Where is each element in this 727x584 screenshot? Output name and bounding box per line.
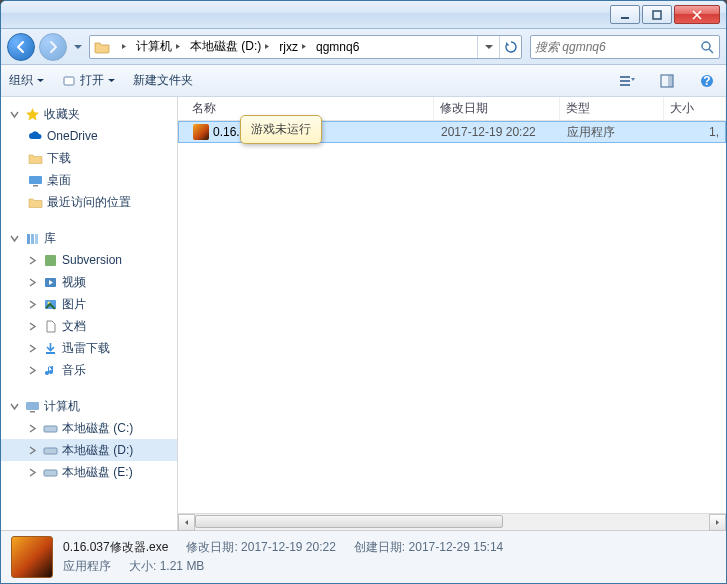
history-dropdown[interactable]	[71, 37, 85, 57]
tree-subversion[interactable]: Subversion	[1, 249, 177, 271]
new-folder-button[interactable]: 新建文件夹	[133, 72, 193, 89]
address-history-dropdown[interactable]	[477, 36, 499, 58]
expand-icon[interactable]	[27, 423, 38, 434]
details-create-label: 创建日期:	[354, 540, 405, 554]
tree-libraries[interactable]: 库	[1, 227, 177, 249]
navigation-tree[interactable]: 收藏夹 OneDrive 下载 桌面 最近访问的位置	[1, 97, 178, 530]
column-type[interactable]: 类型	[560, 97, 664, 120]
file-date: 2017-12-19 20:22	[435, 125, 561, 139]
svg-rect-15	[35, 234, 38, 244]
details-create-date: 2017-12-29 15:14	[409, 540, 504, 554]
expand-icon[interactable]	[9, 233, 20, 244]
breadcrumb-item[interactable]: qgmnq6	[312, 36, 363, 58]
search-icon[interactable]	[699, 39, 715, 55]
expand-icon[interactable]	[27, 343, 38, 354]
preview-pane-button[interactable]	[656, 70, 678, 92]
svg-rect-0	[621, 17, 629, 19]
scroll-right-button[interactable]	[709, 514, 726, 531]
expand-icon[interactable]	[9, 109, 20, 120]
body: 收藏夹 OneDrive 下载 桌面 最近访问的位置	[1, 97, 726, 531]
tree-favorites[interactable]: 收藏夹	[1, 103, 177, 125]
svg-rect-4	[620, 76, 630, 78]
breadcrumb-arrow[interactable]	[114, 36, 132, 58]
details-size-label: 大小:	[129, 559, 156, 573]
breadcrumb-item[interactable]: 本地磁盘 (D:)	[186, 36, 275, 58]
svg-rect-11	[29, 176, 42, 184]
cloud-icon	[27, 128, 43, 144]
tree-label: 图片	[62, 296, 86, 313]
expand-icon[interactable]	[27, 299, 38, 310]
tree-onedrive[interactable]: OneDrive	[1, 125, 177, 147]
svg-rect-6	[620, 84, 630, 86]
videos-icon	[42, 274, 58, 290]
open-icon	[62, 74, 76, 88]
svg-rect-1	[653, 11, 661, 19]
details-mod-label: 修改日期:	[186, 540, 237, 554]
svg-rect-22	[30, 411, 35, 413]
address-bar[interactable]: 计算机 本地磁盘 (D:) rjxz qgmnq6	[89, 35, 522, 59]
library-icon	[24, 230, 40, 246]
open-label: 打开	[80, 72, 104, 89]
tree-computer[interactable]: 计算机	[1, 395, 177, 417]
expand-icon[interactable]	[27, 467, 38, 478]
file-large-icon	[11, 536, 53, 578]
search-input[interactable]	[535, 40, 699, 54]
view-options-button[interactable]	[616, 70, 638, 92]
tree-videos[interactable]: 视频	[1, 271, 177, 293]
maximize-button[interactable]	[642, 5, 672, 24]
drive-icon	[42, 464, 58, 480]
svg-rect-14	[31, 234, 34, 244]
tree-label: 桌面	[47, 172, 71, 189]
details-pane: 0.16.037修改器.exe 修改日期: 2017-12-19 20:22 创…	[1, 531, 726, 583]
breadcrumb-item[interactable]: rjxz	[275, 36, 312, 58]
help-button[interactable]: ?	[696, 70, 718, 92]
column-date[interactable]: 修改日期	[434, 97, 560, 120]
scroll-thumb[interactable]	[195, 515, 503, 528]
minimize-button[interactable]	[610, 5, 640, 24]
expand-icon[interactable]	[27, 365, 38, 376]
tree-pictures[interactable]: 图片	[1, 293, 177, 315]
tree-label: 本地磁盘 (C:)	[62, 420, 133, 437]
documents-icon	[42, 318, 58, 334]
tree-downloads[interactable]: 下载	[1, 147, 177, 169]
tree-drive-e[interactable]: 本地磁盘 (E:)	[1, 461, 177, 483]
expand-icon[interactable]	[27, 321, 38, 332]
open-button[interactable]: 打开	[62, 72, 115, 89]
search-box[interactable]	[530, 35, 720, 59]
tree-label: 视频	[62, 274, 86, 291]
expand-icon[interactable]	[27, 445, 38, 456]
expand-icon[interactable]	[9, 401, 20, 412]
column-size[interactable]: 大小	[664, 97, 726, 120]
breadcrumb-item[interactable]: 计算机	[132, 36, 186, 58]
tree-label: OneDrive	[47, 129, 98, 143]
forward-button[interactable]	[39, 33, 67, 61]
svg-rect-25	[44, 470, 57, 476]
titlebar	[1, 1, 726, 29]
svg-rect-13	[27, 234, 30, 244]
scroll-left-button[interactable]	[178, 514, 195, 531]
back-button[interactable]	[7, 33, 35, 61]
organize-menu[interactable]: 组织	[9, 72, 44, 89]
exe-icon	[193, 124, 209, 140]
details-size: 1.21 MB	[160, 559, 205, 573]
tree-drive-d[interactable]: 本地磁盘 (D:)	[1, 439, 177, 461]
new-folder-label: 新建文件夹	[133, 72, 193, 89]
tree-music[interactable]: 音乐	[1, 359, 177, 381]
explorer-window: 计算机 本地磁盘 (D:) rjxz qgmnq6 组织 打开	[0, 0, 727, 584]
tree-xunlei[interactable]: 迅雷下载	[1, 337, 177, 359]
tree-drive-c[interactable]: 本地磁盘 (C:)	[1, 417, 177, 439]
tree-label: 本地磁盘 (E:)	[62, 464, 133, 481]
drive-icon	[42, 442, 58, 458]
tree-desktop[interactable]: 桌面	[1, 169, 177, 191]
refresh-button[interactable]	[499, 36, 521, 58]
horizontal-scrollbar[interactable]	[178, 513, 726, 530]
tree-label: 文档	[62, 318, 86, 335]
command-bar: 组织 打开 新建文件夹 ?	[1, 65, 726, 97]
tree-documents[interactable]: 文档	[1, 315, 177, 337]
expand-icon[interactable]	[27, 277, 38, 288]
svg-rect-23	[44, 426, 57, 432]
scroll-track[interactable]	[195, 514, 709, 530]
close-button[interactable]	[674, 5, 720, 24]
tree-recent[interactable]: 最近访问的位置	[1, 191, 177, 213]
expand-icon[interactable]	[27, 255, 38, 266]
